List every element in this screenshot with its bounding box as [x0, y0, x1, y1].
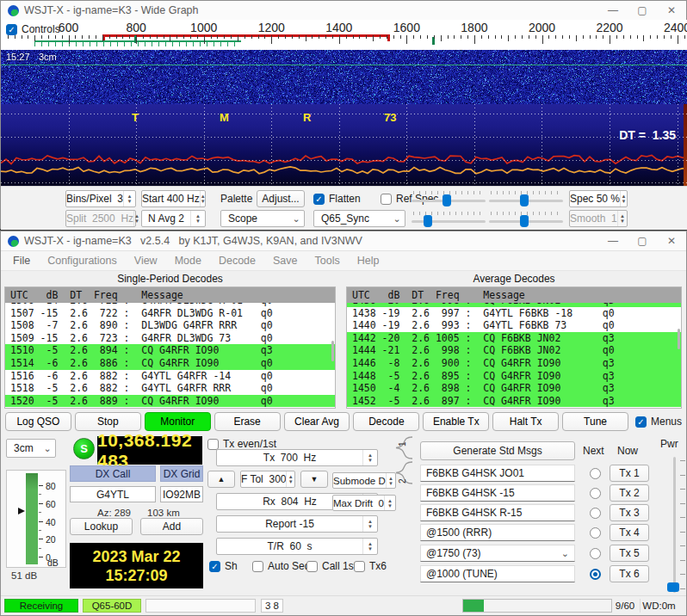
- decodes-list[interactable]: 1506 -14 2.6 722 : G4RFR DL3WDG R-01 q01…: [5, 303, 335, 408]
- tr-period-spinner[interactable]: T/R 60 s ▲▼: [216, 538, 378, 555]
- maximize-icon[interactable]: ▢: [628, 1, 657, 20]
- auto-seq-checkbox[interactable]: Auto Seq: [252, 560, 310, 572]
- split-spinner[interactable]: Split 2500 Hz ▲▼: [65, 210, 136, 227]
- tx6-now-button[interactable]: Tx 6: [610, 565, 649, 582]
- start-freq-spinner[interactable]: Start 400 Hz ▲▼: [141, 190, 206, 207]
- tx-message-field-3[interactable]: F6BKB G4HSK R-15: [420, 504, 575, 521]
- menu-item-save[interactable]: Save: [264, 255, 306, 267]
- decode-row[interactable]: 1438 -19 2.6 997 : G4YTL F6BKB -18 q0: [347, 307, 681, 320]
- decode-row[interactable]: 1450 -4 2.6 898 : CQ G4RFR IO90 q3: [347, 382, 681, 395]
- spinner-arrows-icon[interactable]: ▲▼: [200, 191, 206, 206]
- spinner-arrows-icon[interactable]: ▲▼: [362, 450, 377, 465]
- slider-handle[interactable]: [443, 194, 451, 206]
- log-qso-button[interactable]: Log QSO: [5, 412, 71, 431]
- slider-handle[interactable]: [520, 194, 529, 206]
- next-radio-4[interactable]: [590, 527, 601, 539]
- palette-combo[interactable]: Scope ⌄: [220, 210, 305, 227]
- sync-combo[interactable]: Q65_Sync ⌄: [313, 210, 405, 227]
- decode-row[interactable]: 1446 -8 2.6 900 : CQ G4RFR IO90 q3: [347, 357, 681, 370]
- next-radio-2[interactable]: [590, 488, 601, 499]
- ftol-spinner[interactable]: F Tol 300 ▲▼: [240, 471, 295, 488]
- next-radio-6[interactable]: [590, 569, 601, 580]
- monitor-button[interactable]: Monitor: [145, 412, 211, 431]
- decode-row[interactable]: 1520 -5 2.6 889 : CQ G4RFR IO90 q0: [5, 395, 335, 408]
- call-1st-checkbox[interactable]: Call 1st: [306, 560, 356, 572]
- enable-tx-button[interactable]: Enable Tx: [423, 412, 489, 431]
- close-icon[interactable]: ✕: [657, 231, 686, 250]
- menus-checkbox[interactable]: ✓ Menus: [635, 416, 682, 428]
- minimize-icon[interactable]: —: [598, 1, 628, 20]
- menu-item-configurations[interactable]: Configurations: [39, 255, 126, 267]
- gain-slider[interactable]: [489, 212, 563, 227]
- close-icon[interactable]: ✕: [657, 1, 686, 20]
- tx-message-field-6[interactable]: @1000 (TUNE): [420, 565, 575, 582]
- tx-message-field-4[interactable]: @1500 (RRR): [420, 524, 575, 541]
- tx1-now-button[interactable]: Tx 1: [610, 465, 649, 482]
- waterfall-noise[interactable]: [1, 50, 687, 104]
- tx5-now-button[interactable]: Tx 5: [610, 545, 649, 562]
- spectrum-plot[interactable]: DT = 1.35 TMR73: [1, 104, 687, 186]
- menu-item-view[interactable]: View: [126, 255, 166, 267]
- decode-row[interactable]: 1518 -5 2.6 882 : G4YTL G4RFR RRR q0: [5, 382, 335, 395]
- decode-row[interactable]: 1508 -7 2.6 890 : DL3WDG G4RFR RRR q0: [5, 319, 335, 332]
- menu-item-mode[interactable]: Mode: [166, 255, 210, 267]
- next-radio-3[interactable]: [590, 508, 601, 519]
- clear-avg-button[interactable]: Clear Avg: [284, 412, 350, 431]
- decode-row[interactable]: 1442 -20 2.6 1005 : CQ F6BKB JN02 q3: [347, 332, 681, 345]
- dx-call-field[interactable]: G4YTL: [70, 486, 156, 502]
- report-spinner[interactable]: Report -15 ▲▼: [216, 515, 378, 533]
- decode-row[interactable]: 1510 -5 2.6 894 : CQ G4RFR IO90 q3: [5, 344, 335, 357]
- tx-even-checkbox[interactable]: Tx even/1st: [207, 438, 276, 450]
- bins-pixel-spinner[interactable]: Bins/Pixel 3 ▲▼: [65, 190, 136, 207]
- lookup-button[interactable]: Lookup: [70, 518, 133, 535]
- decode-row[interactable]: 1507 -15 2.6 722 : G4RFR DL3WDG R-01 q0: [5, 307, 335, 320]
- decode-row[interactable]: 1452 -5 2.6 897 : CQ G4RFR IO90 q3: [347, 395, 681, 408]
- decode-button[interactable]: Decode: [353, 412, 419, 431]
- next-radio-5[interactable]: [590, 548, 601, 559]
- wide-graph-titlebar[interactable]: WSJT-X - ig-name=K3 - Wide Graph — ▢ ✕: [1, 1, 686, 21]
- slider-handle[interactable]: [520, 215, 529, 227]
- gain-slider[interactable]: [489, 191, 563, 206]
- max-drift-spinner[interactable]: Max Drift 0 ▲▼: [332, 495, 396, 511]
- spinner-arrows-icon[interactable]: ▲▼: [362, 539, 377, 554]
- spinner-arrows-icon[interactable]: ▲▼: [190, 211, 205, 226]
- status-s-button[interactable]: S: [73, 438, 95, 459]
- gain-slider[interactable]: [412, 191, 486, 206]
- decodes-list[interactable]: 1436 -20 2.6 998 : CQ F6BKB JN02 q31438 …: [347, 303, 681, 408]
- message-tabs[interactable]: 1 2: [390, 435, 416, 485]
- menu-item-tools[interactable]: Tools: [306, 255, 349, 267]
- decode-row[interactable]: 1444 -21 2.6 998 : CQ F6BKB JN02 q0: [347, 344, 681, 357]
- decode-row[interactable]: 1514 -6 2.6 886 : CQ G4RFR IO90 q0: [5, 357, 335, 370]
- tx3-now-button[interactable]: Tx 3: [610, 504, 649, 521]
- add-button[interactable]: Add: [140, 518, 203, 535]
- tx-down-button[interactable]: ▼: [300, 471, 328, 488]
- tx4-now-button[interactable]: Tx 4: [610, 524, 649, 541]
- erase-button[interactable]: Erase: [214, 412, 281, 431]
- maximize-icon[interactable]: ▢: [628, 231, 657, 250]
- next-radio-1[interactable]: [590, 468, 601, 479]
- tx-message-field-2[interactable]: F6BKB G4HSK -15: [420, 484, 575, 502]
- sh-checkbox[interactable]: ✓ Sh: [209, 560, 238, 572]
- tx-message-field-1[interactable]: F6BKB G4HSK JO01: [420, 465, 575, 482]
- pwr-slider-handle[interactable]: [667, 582, 679, 592]
- waterfall-display[interactable]: 15:27 3cm: [1, 50, 687, 104]
- smooth-spinner[interactable]: Smooth 1 ▲▼: [569, 210, 628, 227]
- tx2-now-button[interactable]: Tx 2: [610, 484, 649, 502]
- tx6-checkbox[interactable]: Tx6: [354, 560, 387, 572]
- halt-tx-button[interactable]: Halt Tx: [492, 412, 559, 431]
- decode-row[interactable]: 1516 -6 2.6 882 : G4YTL G4RFR -14 q0: [5, 370, 335, 383]
- spinner-arrows-icon[interactable]: ▲▼: [362, 516, 377, 532]
- menu-item-decode[interactable]: Decode: [210, 255, 264, 267]
- decode-row[interactable]: 1448 -5 2.6 895 : CQ G4RFR IO90 q3: [347, 370, 681, 383]
- frequency-scale[interactable]: ✓ Controls 60080010001200140016001800200…: [1, 20, 687, 50]
- dx-grid-field[interactable]: IO92MB: [160, 486, 203, 502]
- minimize-icon[interactable]: —: [598, 231, 628, 250]
- tx-message-field-5[interactable]: @1750 (73)⌄: [420, 545, 575, 562]
- pwr-slider-track[interactable]: [673, 457, 676, 593]
- spinner-arrows-icon[interactable]: ▲▼: [286, 471, 294, 487]
- gain-slider[interactable]: [412, 212, 486, 227]
- scrollbar-thumb[interactable]: [678, 329, 680, 349]
- tx-freq-spinner[interactable]: Tx 700 Hz ▲▼: [216, 449, 378, 466]
- decode-row[interactable]: 1509 -15 2.6 723 : G4RFR DL3WDG 73 q0: [5, 332, 335, 345]
- navg-spinner[interactable]: N Avg 2 ▲▼: [141, 210, 206, 227]
